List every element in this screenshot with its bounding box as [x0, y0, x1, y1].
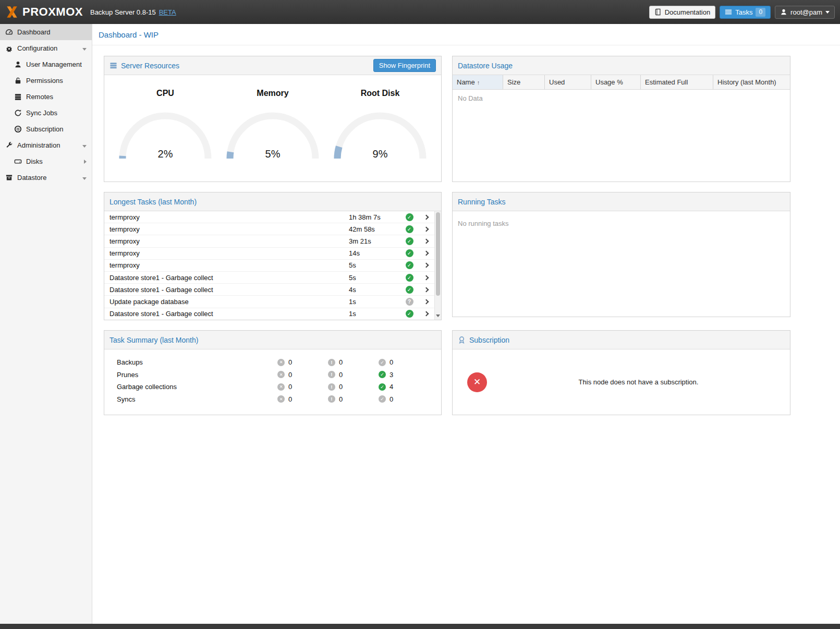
chevron-right-icon[interactable] [418, 215, 434, 219]
task-row[interactable]: termproxy 5s [104, 260, 434, 272]
task-name: termproxy [104, 225, 349, 233]
chevron-right-icon[interactable] [418, 312, 434, 316]
task-name: termproxy [104, 249, 349, 257]
task-duration: 42m 58s [349, 225, 401, 233]
ok-icon [379, 371, 386, 378]
sidebar-item-subscription[interactable]: Subscription [0, 121, 92, 137]
panel-title: Subscription [469, 336, 509, 344]
show-fingerprint-button[interactable]: Show Fingerprint [373, 59, 436, 72]
task-row[interactable]: Update package database 1s [104, 296, 434, 308]
task-row[interactable]: Datastore store1 - Garbage collect 1s [104, 308, 434, 320]
task-status-icon [406, 225, 413, 233]
sidebar-item-user-management[interactable]: User Management [0, 56, 92, 72]
error-count: 0 [288, 395, 292, 403]
cpu-gauge: CPU 2% [116, 89, 215, 162]
chevron-right-icon[interactable] [418, 276, 434, 280]
bottom-strip [0, 624, 840, 629]
gears-icon [5, 44, 13, 52]
scrollbar[interactable] [434, 211, 441, 320]
warning-icon [328, 395, 335, 403]
tasks-label: Tasks [735, 8, 752, 16]
panel-title: Datastore Usage [458, 62, 513, 70]
column-header-usage-pct[interactable]: Usage % [591, 75, 641, 89]
column-header-history[interactable]: History (last Month) [713, 75, 790, 89]
chevron-right-icon[interactable] [418, 300, 434, 304]
chevron-right-icon[interactable] [418, 251, 434, 255]
sidebar-label: Disks [26, 158, 43, 165]
task-duration: 4s [349, 286, 401, 294]
task-status-icon [406, 213, 413, 221]
chevron-right-icon[interactable] [418, 263, 434, 267]
refresh-icon [14, 109, 22, 117]
column-header-size[interactable]: Size [503, 75, 545, 89]
sidebar-item-administration[interactable]: Administration [0, 137, 92, 153]
expand-caret-icon[interactable] [84, 158, 87, 165]
scrollbar-thumb[interactable] [436, 212, 440, 296]
sidebar-item-disks[interactable]: Disks [0, 153, 92, 170]
task-status-icon [406, 286, 413, 294]
tasks-button[interactable]: Tasks 0 [720, 6, 771, 19]
summary-row: Prunes 0 0 3 [104, 369, 441, 381]
error-count: 0 [288, 383, 292, 391]
archive-icon [5, 174, 13, 182]
sidebar-item-dashboard[interactable]: Dashboard [0, 24, 92, 40]
task-row[interactable]: termproxy 14s [104, 248, 434, 260]
unlock-icon [14, 77, 22, 84]
gauge-value: 5% [265, 148, 281, 160]
sidebar-item-remotes[interactable]: Remotes [0, 89, 92, 105]
caret-down-icon [825, 11, 830, 14]
task-name: termproxy [104, 261, 349, 269]
sidebar-label: Administration [17, 141, 60, 149]
column-header-estimated-full[interactable]: Estimated Full [641, 75, 713, 89]
book-icon [654, 8, 662, 16]
chevron-right-icon[interactable] [418, 239, 434, 243]
sort-ascending-icon [477, 78, 480, 86]
sidebar-item-sync-jobs[interactable]: Sync Jobs [0, 105, 92, 121]
warning-count: 0 [339, 371, 343, 379]
chevron-right-icon[interactable] [418, 288, 434, 292]
proxmox-logo: PROXMOX [5, 5, 83, 19]
column-header-name[interactable]: Name [453, 75, 503, 89]
task-duration: 1h 38m 7s [349, 213, 401, 221]
task-row[interactable]: termproxy 3m 21s [104, 235, 434, 247]
sidebar-label: Datastore [17, 174, 46, 182]
warning-count: 0 [339, 383, 343, 391]
collapse-caret-icon[interactable] [82, 44, 87, 52]
sidebar-item-datastore[interactable]: Datastore [0, 170, 92, 186]
sidebar-label: Permissions [26, 77, 63, 84]
column-header-used[interactable]: Used [545, 75, 591, 89]
task-name: Datastore store1 - Garbage collect [104, 286, 349, 294]
collapse-caret-icon[interactable] [82, 174, 87, 182]
longest-tasks-panel: Longest Tasks (last Month) termproxy 1h … [104, 192, 442, 320]
scrollbar-down-arrow[interactable] [435, 310, 441, 319]
gauge-label: Root Disk [331, 89, 430, 98]
no-subscription-icon [467, 372, 487, 392]
task-name: termproxy [104, 237, 349, 245]
task-duration: 5s [349, 274, 401, 282]
documentation-label: Documentation [665, 8, 710, 16]
sidebar: Dashboard Configuration User Management … [0, 24, 92, 624]
user-menu-button[interactable]: root@pam [775, 6, 835, 19]
chevron-right-icon[interactable] [418, 227, 434, 231]
beta-link[interactable]: BETA [159, 8, 176, 16]
sidebar-item-permissions[interactable]: Permissions [0, 72, 92, 89]
gauge-value: 9% [373, 148, 388, 160]
summary-label: Syncs [104, 395, 277, 403]
task-row[interactable]: termproxy 42m 58s [104, 223, 434, 235]
sidebar-item-configuration[interactable]: Configuration [0, 40, 92, 56]
wrench-icon [5, 141, 13, 149]
sidebar-label: Sync Jobs [26, 109, 57, 117]
task-row[interactable]: Datastore store1 - Garbage collect 5s [104, 272, 434, 284]
task-row[interactable]: Datastore store1 - Garbage collect 4s [104, 284, 434, 296]
server-resources-panel: Server Resources Show Fingerprint CPU 2% [104, 56, 442, 182]
empty-text: No Data [453, 90, 790, 107]
subscription-panel: Subscription This node does not have a s… [452, 330, 790, 415]
task-name: Datastore store1 - Garbage collect [104, 274, 349, 282]
task-row[interactable]: termproxy 1h 38m 7s [104, 211, 434, 223]
product-version: Backup Server 0.8-15 [90, 8, 156, 16]
ok-icon [379, 395, 386, 403]
root-disk-gauge: Root Disk 9% [331, 89, 430, 162]
ok-count: 4 [389, 383, 393, 391]
collapse-caret-icon[interactable] [82, 141, 87, 149]
documentation-button[interactable]: Documentation [649, 6, 715, 19]
